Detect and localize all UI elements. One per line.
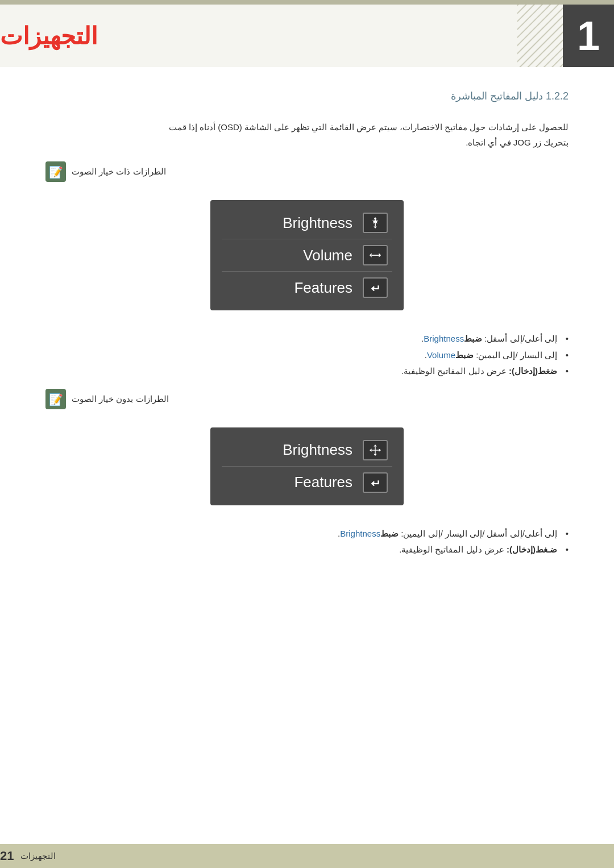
note-with-volume-text: الطرازات ذات خيار الصوت xyxy=(72,167,166,177)
brightness-icon-btn xyxy=(363,213,388,233)
bullet-item-1-1: إلى أعلى/إلى أسفل: ضبطBrightness. xyxy=(45,331,569,347)
bullet2-bold-1: ضبط xyxy=(380,529,399,538)
bullet-bold-1: ضبط xyxy=(464,334,482,343)
bullet-colored-1: Brightness xyxy=(424,334,464,343)
note-without-volume-text: الطرازات بدون خيار الصوت xyxy=(72,394,169,404)
bullet-bold-3: ضغط(إدخال): xyxy=(509,366,557,376)
bullet2-bold-2: ضـغط(إدخال): xyxy=(507,545,557,554)
brightness2-icon-btn xyxy=(363,440,388,460)
osd-features-label: Features xyxy=(294,279,352,297)
bullet-bold-2: ضبط xyxy=(455,350,474,360)
osd2-features-label: Features xyxy=(294,474,352,491)
svg-marker-12 xyxy=(374,444,377,446)
chapter-number-box: 1 xyxy=(563,5,614,67)
top-decorative-bar xyxy=(0,0,614,5)
svg-text:📝: 📝 xyxy=(49,165,63,179)
bullet-item-2-2: ضـغط(إدخال): عرض دليل المفاتيح الوظيفية. xyxy=(45,542,569,558)
chapter-number: 1 xyxy=(577,15,600,56)
bullet-item-1-3: ضغط(إدخال): عرض دليل المفاتيح الوظيفية. xyxy=(45,363,569,380)
svg-marker-5 xyxy=(374,226,377,229)
osd-without-volume-container: Brightness Features xyxy=(45,418,569,514)
intro-line1: للحصول على إرشادات حول مفاتيح الاختصارات… xyxy=(169,122,569,132)
bullet-item-1-2: إلى اليسار /إلى اليمين: ضبطVolume. xyxy=(45,347,569,364)
bullet-list-1: إلى أعلى/إلى أسفل: ضبطBrightness. إلى ال… xyxy=(45,331,569,380)
features-icon-btn xyxy=(363,277,388,298)
osd-volume-label: Volume xyxy=(303,247,352,264)
svg-text:📝: 📝 xyxy=(49,393,63,406)
diagonal-pattern xyxy=(517,5,563,67)
note-with-volume-block: الطرازات ذات خيار الصوت 📝 xyxy=(45,161,569,182)
osd2-brightness-label: Brightness xyxy=(283,441,352,459)
note-icon-2: 📝 xyxy=(45,389,66,409)
bullet-list-2: إلى أعلى/إلى أسفل /إلى اليسار /إلى اليمي… xyxy=(45,526,569,558)
footer-page-number: 21 xyxy=(0,849,14,863)
osd-volume-item: Volume xyxy=(222,239,392,272)
osd-brightness-label: Brightness xyxy=(283,214,352,232)
osd-with-volume-container: Brightness Volume xyxy=(45,191,569,319)
volume-icon-btn xyxy=(363,245,388,265)
svg-marker-7 xyxy=(370,253,372,257)
svg-marker-4 xyxy=(374,217,377,219)
chapter-header: التجهيزات 1 xyxy=(0,5,614,67)
footer-bar: التجهيزات 21 xyxy=(0,844,614,868)
features2-icon-btn xyxy=(363,472,388,493)
chapter-title: التجهيزات xyxy=(0,22,143,50)
svg-marker-8 xyxy=(379,253,381,257)
section-heading: 1.2.2 دليل المفاتيح المباشرة xyxy=(45,90,569,102)
svg-marker-15 xyxy=(379,448,381,452)
osd-features-item: Features xyxy=(222,272,392,304)
osd-without-volume-box: Brightness Features xyxy=(210,427,404,505)
footer-text: التجهيزات xyxy=(20,851,56,861)
osd2-features-item: Features xyxy=(222,467,392,499)
intro-line2: بتحريك زر JOG في أي اتجاه. xyxy=(466,138,569,147)
intro-text: للحصول على إرشادات حول مفاتيح الاختصارات… xyxy=(45,119,569,150)
note-without-volume-block: الطرازات بدون خيار الصوت 📝 xyxy=(45,389,569,409)
bullet-colored-2: Volume xyxy=(427,350,455,360)
note-icon-1: 📝 xyxy=(45,161,66,182)
bullet2-colored-1: Brightness xyxy=(340,529,380,538)
osd2-brightness-item: Brightness xyxy=(222,434,392,467)
svg-marker-14 xyxy=(370,448,372,452)
svg-rect-1 xyxy=(517,5,563,67)
main-content: 1.2.2 دليل المفاتيح المباشرة للحصول على … xyxy=(0,67,614,613)
svg-marker-13 xyxy=(374,454,377,456)
osd-with-volume-box: Brightness Volume xyxy=(210,200,404,310)
bullet-item-2-1: إلى أعلى/إلى أسفل /إلى اليسار /إلى اليمي… xyxy=(45,526,569,542)
osd-brightness-item: Brightness xyxy=(222,207,392,239)
